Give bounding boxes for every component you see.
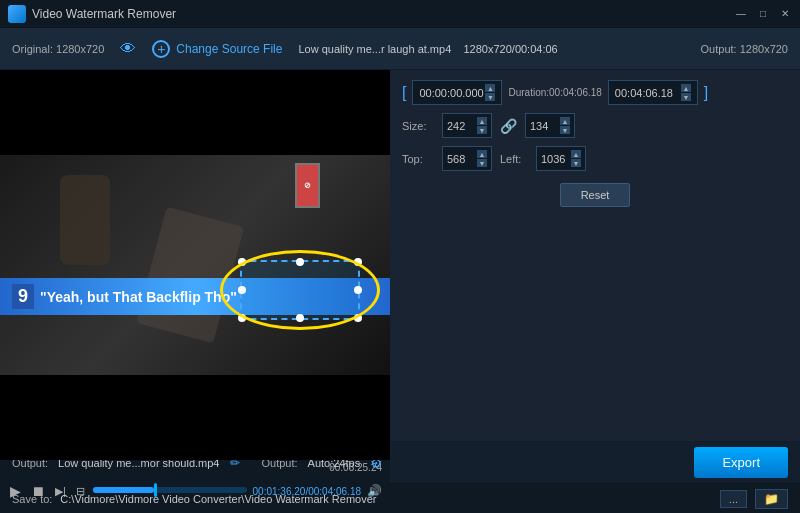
close-button[interactable]: ✕ — [778, 7, 792, 21]
reset-button[interactable]: Reset — [560, 183, 631, 207]
scene-figure — [60, 175, 110, 265]
link-icon[interactable]: 🔗 — [500, 118, 517, 134]
position-row: Top: 568 ▲ ▼ Left: 1036 ▲ ▼ — [402, 146, 788, 171]
bracket-right: ] — [704, 84, 708, 102]
time-inputs-row: [ 00:00:00.000 ▲ ▼ Duration:00:04:06.18 … — [402, 80, 788, 105]
watermark-text: "Yeah, but That Backflip Tho" — [40, 289, 237, 305]
handle-bm[interactable] — [296, 314, 304, 322]
handle-bl[interactable] — [238, 314, 246, 322]
start-time-up[interactable]: ▲ — [485, 84, 495, 92]
height-down[interactable]: ▼ — [560, 126, 570, 134]
start-time-value: 00:00:00.000 — [419, 87, 483, 99]
watermark-number: 9 — [12, 284, 34, 309]
reset-row: Reset — [402, 179, 788, 207]
timeline-filled — [93, 487, 154, 493]
left-label: Left: — [500, 153, 528, 165]
start-time-down[interactable]: ▼ — [485, 93, 495, 101]
original-label: Original: 1280x720 — [12, 43, 104, 55]
main-content: ⊘ 9 "Yeah, but That Backflip Tho" — [0, 70, 800, 441]
width-spinner[interactable]: ▲ ▼ — [477, 117, 487, 134]
change-source-button[interactable]: + Change Source File — [152, 40, 282, 58]
end-time-value: 00:04:06.18 — [615, 87, 673, 99]
titlebar-left: Video Watermark Remover — [8, 5, 176, 23]
left-value: 1036 — [541, 153, 565, 165]
minimize-button[interactable]: — — [734, 7, 748, 21]
resolution-duration: 1280x720/00:04:06 — [464, 43, 558, 55]
left-up[interactable]: ▲ — [571, 150, 581, 158]
top-down[interactable]: ▼ — [477, 159, 487, 167]
timeline-thumb[interactable] — [154, 483, 157, 497]
timeline-track[interactable] — [93, 487, 247, 493]
end-time-down[interactable]: ▼ — [681, 93, 691, 101]
height-value: 134 — [530, 120, 548, 132]
top-input[interactable]: 568 ▲ ▼ — [442, 146, 492, 171]
handle-tl[interactable] — [238, 258, 246, 266]
top-label: Top: — [402, 153, 434, 165]
top-value: 568 — [447, 153, 465, 165]
file-name: Low quality me...r laugh at.mp4 — [298, 43, 451, 55]
size-label: Size: — [402, 120, 434, 132]
start-time-spinner[interactable]: ▲ ▼ — [485, 84, 495, 101]
browse-button[interactable]: ... — [720, 490, 747, 508]
start-time-input[interactable]: 00:00:00.000 ▲ ▼ — [412, 80, 502, 105]
duration-label: Duration:00:04:06.18 — [508, 87, 601, 98]
width-down[interactable]: ▼ — [477, 126, 487, 134]
height-input[interactable]: 134 ▲ ▼ — [525, 113, 575, 138]
titlebar-controls: — □ ✕ — [734, 7, 792, 21]
save-label: Save to: — [12, 493, 52, 505]
handle-lm[interactable] — [238, 286, 246, 294]
plus-circle-icon: + — [152, 40, 170, 58]
handle-tr[interactable] — [354, 258, 362, 266]
file-info: Low quality me...r laugh at.mp4 1280x720… — [298, 43, 684, 55]
width-up[interactable]: ▲ — [477, 117, 487, 125]
top-spinner[interactable]: ▲ ▼ — [477, 150, 487, 167]
right-panel: [ 00:00:00.000 ▲ ▼ Duration:00:04:06.18 … — [390, 70, 800, 441]
export-button[interactable]: Export — [694, 447, 788, 478]
app-title: Video Watermark Remover — [32, 7, 176, 21]
height-spinner[interactable]: ▲ ▼ — [560, 117, 570, 134]
end-time-spinner[interactable]: ▲ ▼ — [681, 84, 691, 101]
video-preview: ⊘ 9 "Yeah, but That Backflip Tho" — [0, 70, 390, 460]
handle-tm[interactable] — [296, 258, 304, 266]
end-time-input[interactable]: 00:04:06.18 ▲ ▼ — [608, 80, 698, 105]
output-label: Output: 1280x720 — [701, 43, 788, 55]
sign-face: ⊘ — [297, 165, 318, 206]
bracket-left: [ — [402, 84, 406, 102]
top-up[interactable]: ▲ — [477, 150, 487, 158]
handle-rm[interactable] — [354, 286, 362, 294]
video-frame: ⊘ 9 "Yeah, but That Backflip Tho" — [0, 155, 390, 375]
width-input[interactable]: 242 ▲ ▼ — [442, 113, 492, 138]
left-down[interactable]: ▼ — [571, 159, 581, 167]
clip-row: ✂ 00:00:00.00 — 00:04:06.18 🗑 — [0, 509, 390, 513]
eye-icon[interactable]: 👁 — [120, 40, 136, 58]
end-time-up[interactable]: ▲ — [681, 84, 691, 92]
height-up[interactable]: ▲ — [560, 117, 570, 125]
app-icon — [8, 5, 26, 23]
left-input[interactable]: 1036 ▲ ▼ — [536, 146, 586, 171]
handle-br[interactable] — [354, 314, 362, 322]
open-folder-button[interactable]: 📁 — [755, 489, 788, 509]
selection-box[interactable] — [240, 260, 360, 320]
width-value: 242 — [447, 120, 465, 132]
left-spinner[interactable]: ▲ ▼ — [571, 150, 581, 167]
scene-sign: ⊘ — [295, 163, 320, 208]
size-row: Size: 242 ▲ ▼ 🔗 134 ▲ ▼ — [402, 113, 788, 138]
toolbar: Original: 1280x720 👁 + Change Source Fil… — [0, 28, 800, 70]
video-section: ⊘ 9 "Yeah, but That Backflip Tho" — [0, 70, 390, 441]
maximize-button[interactable]: □ — [756, 7, 770, 21]
save-path: C:\Vidmore\Vidmore Video Converter\Video… — [60, 493, 711, 505]
title-bar: Video Watermark Remover — □ ✕ — [0, 0, 800, 28]
change-source-label: Change Source File — [176, 42, 282, 56]
